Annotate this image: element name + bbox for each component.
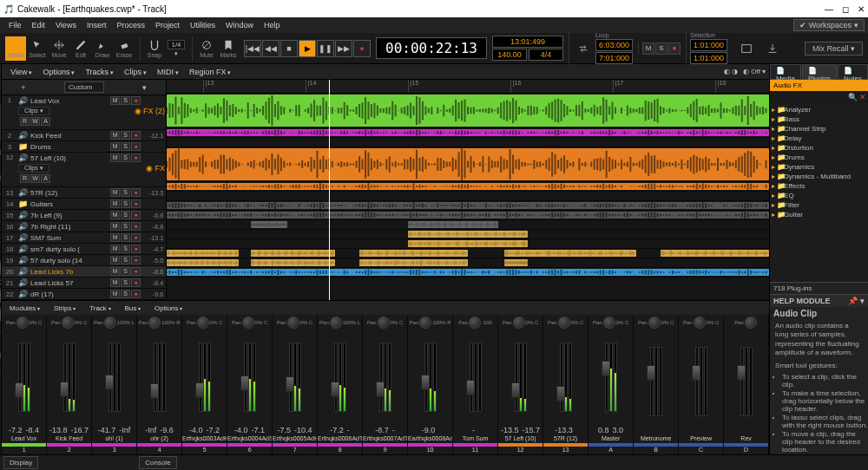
arm-btn[interactable]: ● [131,278,141,287]
close-button[interactable]: ✕ [858,4,865,14]
browser-folder[interactable]: Dynamics - Multiband [772,172,866,181]
pan-knob[interactable] [148,317,161,329]
audio-clip[interactable] [167,259,239,266]
pause-button[interactable]: ❚❚ [317,40,334,57]
fader[interactable] [199,343,202,412]
track-header[interactable]: 16🔊7b Right (11)MS●-6.8 [2,221,166,232]
loop-toggle[interactable] [573,36,594,61]
mixer-strip[interactable]: Pan100% R-Inf-9.6ohr (2)4 [137,315,182,454]
audio-clip[interactable] [167,183,769,190]
fader[interactable] [63,343,67,412]
fader[interactable] [18,343,22,412]
menu-project[interactable]: Project [150,21,185,29]
browser-folder[interactable]: EQ [772,191,866,200]
fader[interactable] [379,343,383,412]
menu-utilities[interactable]: Utilities [185,21,220,29]
solo-btn[interactable]: S [121,233,130,242]
track-lane[interactable] [167,249,769,258]
browser-search-icon[interactable]: 🔍 [848,93,858,101]
tv-menu-region-fx[interactable]: Region FX [184,68,236,76]
browser-folder[interactable]: Delay [772,134,866,143]
audio-clip[interactable] [167,95,769,127]
edit-tool[interactable]: Edit [70,36,91,61]
mute-btn[interactable]: M [110,290,120,298]
mix-recall-dropdown[interactable]: Mix Recall ▾ [805,42,863,55]
browser-folder[interactable]: Effects [772,181,866,191]
arm-btn[interactable]: ● [131,222,141,231]
help-pin-icon[interactable]: 📌 ▾ [848,297,865,305]
track-lane[interactable] [167,128,769,138]
track-lane[interactable] [167,220,769,230]
strip-name[interactable]: ohr (2) [137,434,181,442]
solo-btn[interactable]: S [121,211,130,219]
audio-clip[interactable] [504,259,529,266]
pan-knob[interactable] [694,317,706,329]
pan-knob[interactable] [648,317,661,329]
pan-knob[interactable] [419,317,431,329]
fader[interactable] [515,343,518,412]
pan-knob[interactable] [378,317,390,329]
minimize-button[interactable]: — [825,4,833,14]
track-header[interactable]: 2🔊Kick FeedMS●-12.1 [2,130,166,141]
pan-knob[interactable] [104,317,116,329]
arm-btn[interactable]: ● [131,199,141,208]
audio-clip[interactable] [167,148,769,180]
track-header[interactable]: 3📁DrumsMS● [2,141,166,153]
solo-btn[interactable]: S [121,278,130,287]
mute-btn[interactable]: M [110,256,120,264]
audio-clip[interactable] [408,231,529,238]
snap-button[interactable]: Snap [144,36,165,61]
audio-clip[interactable] [408,221,498,228]
strip-name[interactable]: Metronome [634,434,678,442]
fader[interactable] [605,343,608,412]
solo-btn[interactable]: S [121,188,130,197]
track-header[interactable]: 19🔊57 durty solo (14MS●-5.0 [2,255,166,266]
solo-btn[interactable]: S [121,222,130,231]
fader[interactable] [424,343,428,412]
audio-clip[interactable] [251,221,287,228]
browser-category[interactable]: Audio FX [770,80,868,91]
erase-tool[interactable]: Erase [114,36,135,61]
mute-btn[interactable]: M [110,199,120,208]
solo-btn[interactable]: S [121,199,130,208]
browser-folder[interactable]: Analyzer [772,105,866,114]
maximize-button[interactable]: ◻ [842,4,849,14]
fader[interactable] [154,343,157,412]
menu-insert[interactable]: Insert [82,21,112,29]
audio-clip[interactable] [359,259,468,266]
snap-value-dropdown[interactable]: 1/4▾ [166,36,187,61]
mute-btn[interactable]: M [110,222,120,231]
tv-menu-clips[interactable]: Clips [119,68,152,76]
marks-button[interactable]: Marks [218,36,239,61]
mixer-strip[interactable]: Pan100% L-41.7-Infoh! (1)3 [92,315,137,454]
audio-clip[interactable] [251,250,335,257]
solo-btn[interactable]: S [121,131,130,140]
pan-knob[interactable] [745,317,757,329]
tv-menu-midi[interactable]: MIDI [152,68,184,76]
track-preset-dropdown[interactable]: Custom [64,82,104,93]
audio-clip[interactable] [251,259,335,266]
arm-btn[interactable]: ● [131,188,141,197]
pan-knob[interactable] [469,317,481,329]
pan-knob[interactable] [16,317,29,329]
draw-tool[interactable]: Draw [92,36,113,61]
fader[interactable] [334,343,338,412]
browser-tab-media[interactable]: 📄 Media [770,64,801,80]
arm-btn[interactable]: ● [131,290,141,298]
track-lane[interactable] [167,147,769,182]
track-header[interactable]: 1🔊Lead VoxMS●Clips ▾◉ FX (2)RWA [2,95,166,130]
strip-name[interactable]: Kick Feed [47,434,91,442]
msr-s[interactable]: S [655,42,667,55]
pan-knob[interactable] [603,317,615,329]
menu-help[interactable]: Help [259,21,286,29]
mixer-strip[interactable]: Pan0% C-4.0-7.2Erthqks0003AdKi5 [182,315,227,454]
arm-btn[interactable]: ● [131,142,141,151]
track-lane[interactable] [167,182,769,192]
solo-btn[interactable]: S [121,153,130,162]
track-header[interactable]: 22🔊dR (17)MS●-9.6 [2,289,166,300]
stop-button[interactable]: ■ [280,40,298,57]
track-lane[interactable] [167,192,769,201]
fader[interactable] [695,347,699,416]
select-tool[interactable]: Select [27,36,48,61]
arm-btn[interactable]: ● [131,211,141,219]
